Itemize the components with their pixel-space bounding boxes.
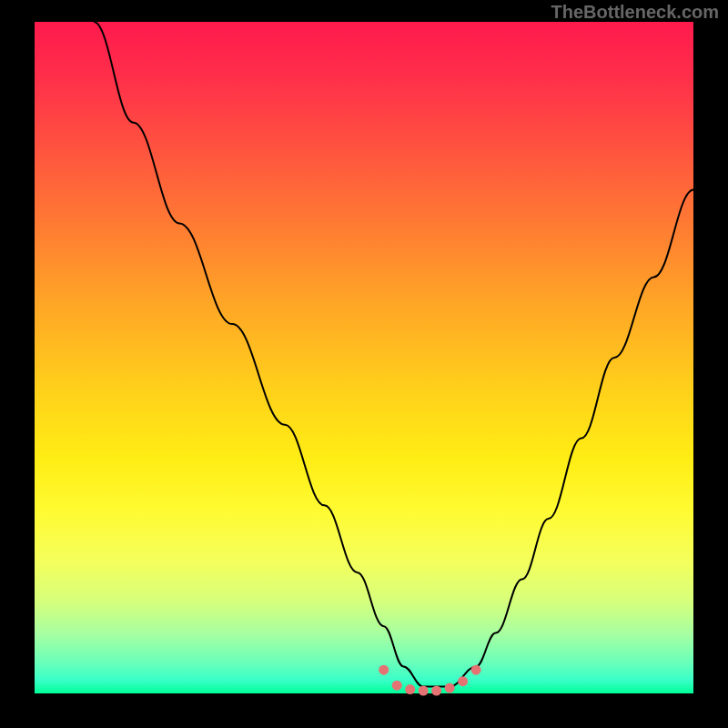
trough-dot — [445, 683, 455, 693]
chart-svg — [35, 22, 693, 693]
watermark-text: TheBottleneck.com — [551, 2, 719, 23]
trough-dot — [392, 681, 402, 691]
trough-dot — [419, 686, 429, 696]
trough-dot — [405, 684, 415, 694]
trough-dot — [471, 665, 481, 675]
main-curve-line — [94, 22, 693, 687]
plot-area — [35, 22, 693, 693]
trough-dot — [431, 686, 441, 696]
trough-dot — [379, 665, 389, 675]
trough-marker-dots — [379, 665, 480, 696]
trough-dot — [458, 676, 468, 686]
